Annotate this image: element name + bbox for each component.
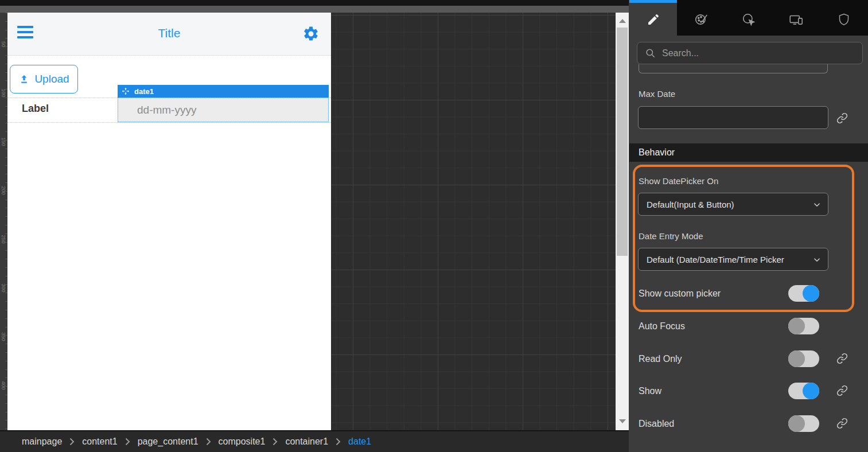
disabled-toggle[interactable] [788, 415, 819, 432]
chevron-down-icon [812, 255, 822, 265]
tab-security[interactable] [820, 0, 868, 36]
pointer-select-icon [741, 12, 756, 27]
wavemaker-studio: 50100150200250300350400450 Title Upload … [0, 0, 868, 452]
search-input[interactable] [662, 48, 846, 59]
chevron-right-icon [273, 438, 278, 446]
auto-focus-label: Auto Focus [639, 321, 685, 332]
property-search [637, 42, 863, 64]
breadcrumb-item-container1[interactable]: container1 [285, 437, 328, 447]
bind-link-icon[interactable] [836, 385, 848, 396]
breadcrumb-item-mainpage[interactable]: mainpage [22, 437, 62, 447]
upload-button[interactable]: Upload [10, 65, 78, 93]
show-datepicker-on-select[interactable]: Default(Input & Button) [638, 193, 828, 216]
bind-link-icon[interactable] [836, 112, 848, 124]
chevron-right-icon [206, 438, 211, 446]
date-input-field[interactable]: dd-mm-yyyy [118, 98, 329, 122]
max-date-label: Max Date [639, 89, 675, 99]
breadcrumb-item-page-content1[interactable]: page_content1 [138, 437, 198, 447]
show-datepicker-on-label: Show DatePicker On [639, 176, 718, 186]
row-divider [7, 122, 331, 123]
search-icon [645, 48, 656, 59]
tab-devices[interactable] [773, 0, 820, 36]
design-canvas-grid[interactable] [331, 13, 616, 430]
date-entry-mode-select[interactable]: Default (Date/DateTime/Time Picker [638, 248, 828, 271]
chevron-down-icon [812, 200, 822, 210]
palette-icon [694, 12, 709, 27]
bind-link-icon[interactable] [836, 353, 848, 364]
move-icon [122, 87, 130, 95]
properties-panel: Max Date Behavior Show DatePicker On Def… [629, 0, 868, 452]
pencil-icon [647, 13, 660, 26]
tab-styles[interactable] [677, 0, 725, 36]
scrollbar-thumb[interactable] [617, 28, 628, 256]
auto-focus-toggle[interactable] [788, 318, 819, 334]
read-only-label: Read Only [639, 354, 682, 364]
date1-widget-header[interactable]: date1 [118, 85, 329, 98]
shield-icon [837, 12, 851, 27]
behavior-section-header[interactable]: Behavior [629, 143, 868, 162]
top-strip [0, 0, 629, 6]
widget-name-label: date1 [134, 87, 154, 96]
tab-events[interactable] [725, 0, 772, 36]
scroll-down-arrow-icon[interactable] [616, 415, 629, 427]
bind-link-icon[interactable] [836, 418, 848, 429]
date1-widget[interactable]: date1 dd-mm-yyyy [118, 85, 329, 122]
app-title[interactable]: Title [7, 26, 331, 40]
breadcrumb-item-date1[interactable]: date1 [348, 437, 371, 447]
show-custom-picker-toggle[interactable] [788, 285, 819, 302]
show-toggle[interactable] [788, 383, 819, 399]
gear-icon[interactable] [302, 25, 320, 42]
breadcrumb-item-content1[interactable]: content1 [82, 437, 117, 447]
breadcrumb: mainpage content1 page_content1 composit… [0, 430, 629, 452]
tab-properties[interactable] [629, 0, 677, 36]
partially-scrolled-input[interactable] [639, 64, 828, 73]
vertical-ruler: 50100150200250300350400450 [0, 13, 7, 430]
show-label: Show [639, 386, 661, 396]
disabled-label: Disabled [639, 419, 674, 429]
horizontal-ruler-strip [0, 6, 629, 13]
max-date-input[interactable] [638, 106, 828, 129]
app-header-widget[interactable]: Title [7, 13, 331, 56]
read-only-toggle[interactable] [788, 350, 819, 367]
scroll-up-arrow-icon[interactable] [616, 15, 629, 26]
chevron-right-icon [125, 438, 130, 446]
upload-icon [18, 73, 30, 85]
show-custom-picker-label: Show custom picker [639, 289, 721, 299]
chevron-right-icon [69, 438, 75, 446]
date-entry-mode-value: Default (Date/DateTime/Time Picker [647, 255, 806, 264]
show-datepicker-on-value: Default(Input & Button) [647, 200, 806, 209]
panel-tabbar [629, 0, 868, 36]
upload-button-label: Upload [34, 73, 69, 85]
devices-icon [788, 12, 804, 27]
date-input-placeholder: dd-mm-yyyy [137, 104, 196, 116]
breadcrumb-item-composite1[interactable]: composite1 [219, 437, 266, 447]
date-entry-mode-label: Date Entry Mode [639, 231, 703, 241]
canvas-vertical-scrollbar[interactable] [616, 13, 629, 430]
app-page-preview: Title Upload Label date1 [7, 13, 331, 430]
form-field-label: Label [22, 103, 49, 115]
chevron-right-icon [336, 438, 341, 446]
